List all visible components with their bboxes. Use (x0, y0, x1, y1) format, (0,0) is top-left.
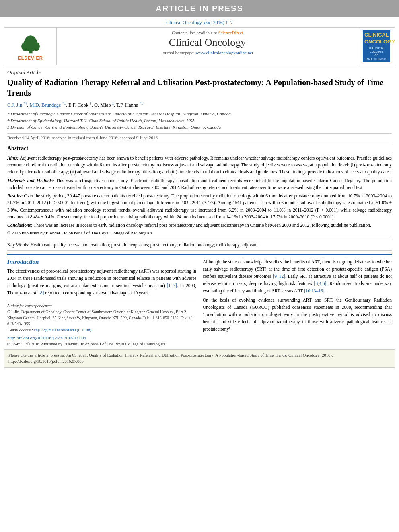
abstract-conclusions: Conclusions: There was an increase in ac… (7, 222, 392, 229)
article-in-press-banner: ARTICLE IN PRESS (0, 0, 399, 17)
journal-title: Clinical Oncology (61, 37, 354, 49)
affiliation-1: * Department of Oncology, Cancer Center … (7, 111, 392, 117)
keywords-label: Key Words: (7, 242, 29, 247)
conclusions-label: Conclusions: (7, 223, 33, 228)
copyright-line: © 2016 Published by Elsevier Ltd on beha… (7, 230, 392, 235)
aims-text: Adjuvant radiotherapy post-prostatectomy… (7, 156, 392, 175)
intro-left-col: Introduction The effectiveness of post-r… (7, 259, 196, 346)
affiliation-2: † Department of Epidemiology, Harvard T.… (7, 117, 392, 124)
results-text: Over the study period, 30 447 prostate c… (7, 193, 392, 219)
journal-center-info: Contents lists available at ScienceDirec… (57, 28, 358, 65)
introduction-section: Introduction The effectiveness of post-r… (7, 259, 392, 346)
methods-label: Materials and Methods: (7, 178, 54, 183)
aims-label: Aims: (7, 156, 19, 160)
ref-10-13-16[interactable]: [10,13–16] (304, 288, 325, 293)
intro-right-col: Although the state of knowledge describe… (203, 259, 392, 346)
footnote-email: E-mail address: chj172@mail.harvard.edu … (7, 327, 196, 333)
ref-1-7[interactable]: [1–7] (167, 283, 177, 288)
ref-8[interactable]: [8] (39, 290, 44, 295)
abstract-aims: Aims: Adjuvant radiotherapy post-prostat… (7, 155, 392, 176)
abstract-methods: Materials and Methods: This was a retros… (7, 177, 392, 191)
journal-reference: Clinical Oncology xxx (2016) 1–7 (0, 17, 399, 27)
keywords-line: Key Words: Health care quality, access, … (7, 240, 392, 251)
co-logo-box: CLINICAL ONCOLOGY THE ROYAL COLLEGEOF RA… (363, 30, 390, 62)
doi-link[interactable]: http://dx.doi.org/10.1016/j.clon.2016.07… (7, 335, 196, 340)
citation-bar: Please cite this article in press as: Ji… (4, 349, 395, 368)
author-cook: E.F. Cook (68, 102, 88, 108)
author-miao: Q. Miao (94, 102, 111, 108)
sciencedirect-link[interactable]: ScienceDirect (218, 30, 243, 35)
journal-header: ELSEVIER Contents lists available at Sci… (4, 27, 395, 65)
homepage-url[interactable]: www.clinicaloncologyonline.net (196, 50, 253, 55)
dates-line: Received 14 April 2016; received in revi… (7, 133, 392, 142)
svg-point-2 (21, 42, 29, 51)
affiliations: * Department of Oncology, Cancer Center … (7, 111, 392, 131)
keywords-text: Health care quality, access, and evaluat… (31, 242, 258, 247)
results-label: Results: (7, 193, 23, 198)
issn-line: 0936-6555/© 2016 Published by Elsevier L… (7, 342, 196, 346)
conclusions-text: There was an increase in access to early… (33, 223, 371, 228)
author-hanna: T.P. Hanna (116, 102, 138, 108)
intro-right-para1: Although the state of knowledge describe… (203, 259, 392, 294)
introduction-title: Introduction (7, 259, 196, 265)
abstract-text: Aims: Adjuvant radiotherapy post-prostat… (7, 155, 392, 229)
ref-9-12[interactable]: [9–12] (273, 274, 285, 279)
abstract-title: Abstract (7, 145, 392, 153)
elsevier-logo: ELSEVIER (4, 28, 57, 65)
abstract-section: Abstract Aims: Adjuvant radiotherapy pos… (7, 145, 392, 255)
intro-right-para2: On the basis of evolving evidence surrou… (203, 297, 392, 333)
intro-right-text: Although the state of knowledge describe… (203, 259, 392, 333)
elsevier-label: ELSEVIER (18, 55, 43, 60)
affiliation-3: ‡ Division of Cancer Care and Epidemiolo… (7, 124, 392, 131)
footnote-author-text: C.J. Jin, Department of Oncology, Cancer… (7, 309, 196, 327)
article-content: Original Article Quality of Radiation Th… (4, 69, 395, 346)
intro-para1: The effectiveness of post-radical prosta… (7, 268, 196, 296)
methods-text: This was a retrospective cohort study. E… (7, 178, 392, 190)
footnote-author-label: Author for correspondence: (7, 303, 196, 309)
authors-line: C.J. Jin *†, M.D. Brundage *‡, E.F. Cook… (7, 101, 392, 108)
ref-3-4-6[interactable]: [3,4,6] (314, 281, 327, 286)
contents-label: Contents lists available at ScienceDirec… (61, 30, 354, 35)
abstract-results: Results: Over the study period, 30 447 p… (7, 193, 392, 220)
author-brundage: M.D. Brundage (30, 102, 61, 108)
email-address[interactable]: chj172@mail.harvard.edu (C.J. Jin). (34, 328, 93, 332)
footnote-box: Author for correspondence: C.J. Jin, Dep… (7, 301, 196, 333)
intro-left-text: The effectiveness of post-radical prosta… (7, 268, 196, 296)
article-type: Original Article (7, 69, 392, 76)
article-title: Quality of Radiation Therapy Referral an… (7, 77, 392, 98)
author-jin: C.J. Jin (7, 102, 22, 108)
svg-point-3 (32, 42, 39, 51)
homepage-line: journal homepage: www.clinicaloncologyon… (61, 50, 354, 55)
clinical-oncology-logo: CLINICAL ONCOLOGY THE ROYAL COLLEGEOF RA… (358, 28, 395, 65)
